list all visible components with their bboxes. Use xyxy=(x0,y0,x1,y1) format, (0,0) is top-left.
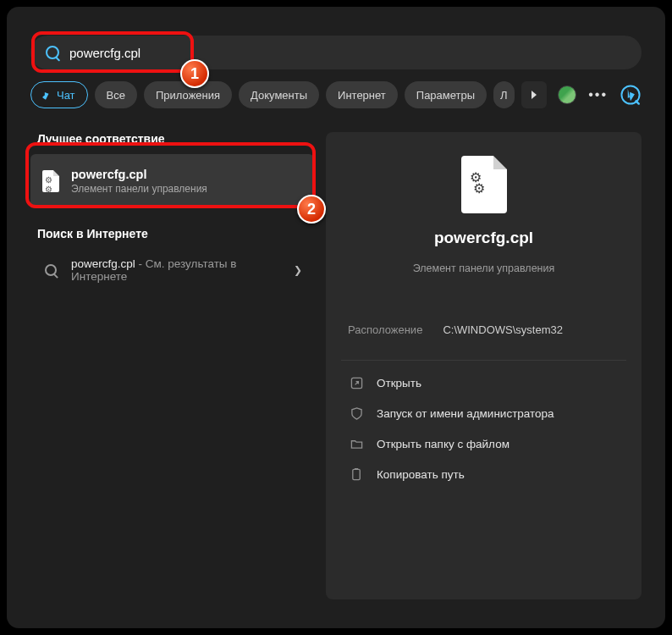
web-search-result[interactable]: powercfg.cpl - См. результаты в Интернет… xyxy=(30,249,314,291)
preview-header: ⚙ ⚙ powercfg.cpl Элемент панели управлен… xyxy=(346,156,621,295)
header-right-icons: ••• xyxy=(558,84,642,106)
action-open[interactable]: Открыть xyxy=(346,367,621,398)
divider xyxy=(341,360,626,361)
cpl-file-icon: ⚙⚙ xyxy=(42,170,59,192)
copy-icon xyxy=(350,467,363,481)
search-bar[interactable]: powercfg.cpl xyxy=(30,36,642,69)
search-window: powercfg.cpl Чат Все Приложения Документ… xyxy=(7,7,665,628)
chip-apps[interactable]: Приложения xyxy=(144,81,232,108)
chip-docs[interactable]: Документы xyxy=(239,81,319,108)
action-copy-path[interactable]: Копировать путь xyxy=(346,459,621,489)
folder-icon xyxy=(350,437,363,450)
best-match-subtitle: Элемент панели управления xyxy=(71,183,207,195)
best-match-result[interactable]: ⚙⚙ powercfg.cpl Элемент панели управлени… xyxy=(30,154,314,208)
search-icon xyxy=(46,46,59,59)
web-search-header: Поиск в Интернете xyxy=(30,227,314,240)
web-result-text: powercfg.cpl - См. результаты в Интернет… xyxy=(71,257,266,283)
chevron-right-icon: ❯ xyxy=(294,264,302,276)
best-match-header: Лучшее соответствие xyxy=(30,132,314,146)
best-match-text: powercfg.cpl Элемент панели управления xyxy=(71,168,207,195)
action-admin-label: Запуск от имени администратора xyxy=(377,407,554,420)
filter-chips-row: Чат Все Приложения Документы Интернет Па… xyxy=(30,80,642,110)
location-value: C:\WINDOWS\system32 xyxy=(443,323,563,336)
action-run-admin[interactable]: Запуск от имени администратора xyxy=(346,398,621,428)
preview-panel: ⚙ ⚙ powercfg.cpl Элемент панели управлен… xyxy=(326,132,642,599)
chip-chat-label: Чат xyxy=(57,89,75,102)
action-folder-label: Открыть папку с файлом xyxy=(377,438,510,450)
preview-subtitle: Элемент панели управления xyxy=(413,262,555,274)
open-icon xyxy=(350,376,363,389)
action-open-label: Открыть xyxy=(377,377,421,389)
best-match-title: powercfg.cpl xyxy=(71,168,207,181)
location-label: Расположение xyxy=(348,323,422,336)
results-column: Лучшее соответствие ⚙⚙ powercfg.cpl Элем… xyxy=(30,132,314,599)
cpl-file-icon-large: ⚙ ⚙ xyxy=(461,156,507,213)
chip-all[interactable]: Все xyxy=(95,81,137,108)
chip-chat[interactable]: Чат xyxy=(30,81,88,108)
shield-icon xyxy=(350,406,363,420)
chip-params[interactable]: Параметры xyxy=(405,81,487,108)
more-icon[interactable]: ••• xyxy=(588,87,608,102)
action-copy-label: Копировать путь xyxy=(377,468,465,481)
chip-internet[interactable]: Интернет xyxy=(326,81,398,108)
search-input[interactable]: powercfg.cpl xyxy=(69,46,140,60)
bing-chat-icon[interactable] xyxy=(620,84,642,106)
web-result-title: powercfg.cpl xyxy=(71,257,135,270)
location-row: Расположение C:\WINDOWS\system32 xyxy=(346,323,621,336)
main-area: Лучшее соответствие ⚙⚙ powercfg.cpl Элем… xyxy=(30,132,642,599)
svg-rect-2 xyxy=(352,469,359,479)
preview-title: powercfg.cpl xyxy=(434,229,533,247)
bing-icon xyxy=(40,89,52,101)
search-icon xyxy=(45,264,57,276)
chip-scroll-right[interactable] xyxy=(521,81,547,108)
chip-partial[interactable]: Л xyxy=(493,81,515,108)
action-open-folder[interactable]: Открыть папку с файлом xyxy=(346,428,621,459)
user-avatar[interactable] xyxy=(558,86,576,104)
